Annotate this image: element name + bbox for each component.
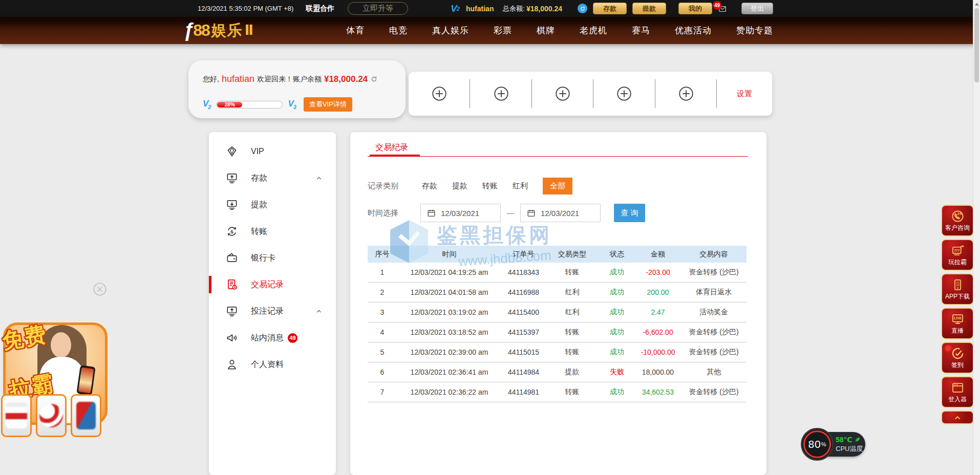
refresh-balance-button[interactable] bbox=[578, 4, 587, 13]
cell-status: 成功 bbox=[599, 348, 635, 357]
nav-item[interactable]: 棋牌 bbox=[537, 25, 555, 36]
sidebar-item-label: 转账 bbox=[251, 226, 267, 237]
add-shortcut-icon bbox=[431, 85, 448, 102]
refresh-icon bbox=[580, 6, 586, 12]
nav-item[interactable]: 老虎机 bbox=[580, 25, 607, 36]
cell-time: 12/03/2021 03:19:02 am bbox=[397, 308, 502, 316]
active-indicator bbox=[209, 276, 211, 293]
cell-status: 成功 bbox=[599, 288, 635, 297]
calendar-icon bbox=[427, 208, 436, 218]
sidebar-item[interactable]: 交易记录 bbox=[209, 271, 336, 298]
table-header-cell: 订单号 bbox=[502, 250, 545, 259]
table-row: 2 12/03/2021 04:01:58 am 44116988 红利 成功 … bbox=[368, 283, 747, 303]
floating-button[interactable]: 直播 bbox=[941, 308, 974, 339]
vip-detail-button[interactable]: 查看VIP详情 bbox=[304, 97, 352, 112]
cell-order-number: 44116988 bbox=[502, 288, 545, 296]
category-option[interactable]: 提款 bbox=[452, 178, 467, 195]
table-row: 6 12/03/2021 02:36:41 am 44114984 提款 失败 … bbox=[368, 362, 747, 382]
page-scrollbar[interactable] bbox=[973, 0, 980, 475]
promo-banner[interactable]: 免费 拉霸 bbox=[1, 301, 111, 446]
floating-button[interactable]: 玩拉霸 bbox=[941, 239, 974, 271]
sidebar-item[interactable]: 转账 bbox=[209, 218, 336, 245]
sidebar-item[interactable]: 个人资料 bbox=[209, 351, 336, 378]
sidebar-item-label: 站内消息 bbox=[251, 333, 284, 343]
nav-item[interactable]: 赞助专题 bbox=[736, 25, 773, 36]
vip-gem-icon bbox=[225, 145, 239, 158]
nav-item[interactable]: 优惠活动 bbox=[675, 25, 712, 36]
mail-badge: 49 bbox=[713, 1, 721, 10]
floating-button-label: 签到 bbox=[951, 361, 964, 370]
floating-button[interactable]: 签到 bbox=[941, 342, 974, 374]
cell-status: 成功 bbox=[599, 387, 635, 397]
floating-button[interactable]: 登入器 bbox=[941, 376, 974, 408]
live-stream-icon bbox=[951, 312, 965, 326]
floating-button[interactable]: 客户咨询 bbox=[941, 205, 974, 236]
settings-button[interactable]: 设置 bbox=[717, 72, 772, 116]
quick-add-slot[interactable] bbox=[470, 72, 531, 116]
category-option[interactable]: 转账 bbox=[482, 178, 498, 195]
site-logo[interactable]: ƒ 88 娱乐 Ⅱ bbox=[183, 17, 253, 44]
cell-index: 1 bbox=[368, 268, 397, 276]
quick-add-slot[interactable] bbox=[655, 72, 717, 116]
category-options: 存款提款转账红利全部 bbox=[422, 178, 572, 195]
table-header-cell: 序号 bbox=[368, 250, 397, 259]
add-shortcut-icon bbox=[677, 85, 695, 102]
mine-button[interactable]: 我的 bbox=[678, 3, 712, 14]
deposit-button[interactable]: 存款 bbox=[593, 3, 627, 14]
date-to-input[interactable]: 12/03/2021 bbox=[520, 204, 601, 222]
tab-transaction-records[interactable]: 交易纪录 bbox=[375, 142, 408, 153]
table-header-cell: 交易类型 bbox=[545, 250, 599, 259]
sidebar-item[interactable]: 银行卡 bbox=[209, 245, 336, 271]
search-button[interactable]: 查 询 bbox=[614, 204, 645, 222]
promo-close-icon[interactable] bbox=[93, 282, 107, 296]
table-header-cell: 金额 bbox=[635, 250, 681, 259]
table-row: 5 12/03/2021 02:39:00 am 44115015 转账 成功 … bbox=[368, 342, 747, 362]
scrollbar-up-arrow[interactable] bbox=[975, 3, 979, 6]
withdraw-icon bbox=[225, 198, 239, 211]
cell-content: 活动奖金 bbox=[681, 308, 747, 317]
quick-add-slot[interactable] bbox=[532, 72, 593, 116]
greeting-suffix: 欢迎回来！账户余额 bbox=[257, 75, 322, 84]
cell-amount: 200.00 bbox=[635, 288, 681, 296]
quick-add-slot[interactable] bbox=[593, 72, 655, 116]
date-from-input[interactable]: 12/03/2021 bbox=[420, 204, 501, 222]
nav-item[interactable]: 电竞 bbox=[389, 25, 408, 36]
nav-item[interactable]: 体育 bbox=[346, 25, 365, 36]
cell-status: 失败 bbox=[599, 368, 635, 377]
logout-button[interactable]: 登出 bbox=[741, 3, 773, 14]
sidebar-item-label: 交易记录 bbox=[251, 279, 284, 290]
collapse-rail-button[interactable] bbox=[941, 411, 974, 424]
category-option[interactable]: 存款 bbox=[422, 178, 437, 195]
sidebar-item[interactable]: VIP bbox=[209, 138, 336, 165]
nav-item[interactable]: 彩票 bbox=[494, 25, 512, 36]
floating-button[interactable]: APP下载 bbox=[941, 273, 974, 305]
category-option[interactable]: 全部 bbox=[543, 178, 572, 195]
sidebar-item[interactable]: 提款 bbox=[209, 191, 336, 218]
scrollbar-thumb[interactable] bbox=[974, 8, 979, 82]
upgrade-button[interactable]: 立即升等 bbox=[348, 2, 408, 15]
nav-item[interactable]: 真人娱乐 bbox=[432, 25, 469, 36]
cpu-percent: 80 bbox=[808, 438, 821, 450]
sidebar-item-label: 投注记录 bbox=[251, 306, 284, 317]
cell-amount: 2.47 bbox=[635, 308, 681, 316]
transfer-icon bbox=[225, 225, 239, 238]
sidebar-item[interactable]: 投注记录 bbox=[209, 298, 336, 325]
nav-item[interactable]: 赛马 bbox=[632, 25, 650, 36]
cell-index: 2 bbox=[368, 288, 397, 296]
quick-add-slot[interactable] bbox=[409, 72, 470, 116]
category-option[interactable]: 红利 bbox=[513, 178, 528, 195]
cell-order-number: 44115400 bbox=[502, 308, 545, 316]
cell-content: 资金转移 (沙巴) bbox=[681, 387, 747, 397]
alliance-link[interactable]: 联盟合作 bbox=[306, 0, 334, 17]
vip-level: 2 bbox=[457, 6, 460, 12]
promo-phone-image bbox=[76, 365, 96, 396]
cell-transaction-type: 提款 bbox=[545, 368, 599, 377]
football-image bbox=[39, 404, 63, 427]
launcher-icon bbox=[951, 381, 965, 395]
cell-index: 6 bbox=[368, 368, 397, 376]
withdraw-button[interactable]: 提款 bbox=[632, 3, 666, 14]
sidebar-item[interactable]: 存款 bbox=[209, 165, 336, 191]
sidebar-item[interactable]: 站内消息 49 bbox=[209, 325, 336, 351]
mail-button[interactable]: 49 bbox=[717, 5, 728, 13]
refresh-balance-icon[interactable] bbox=[370, 75, 378, 83]
